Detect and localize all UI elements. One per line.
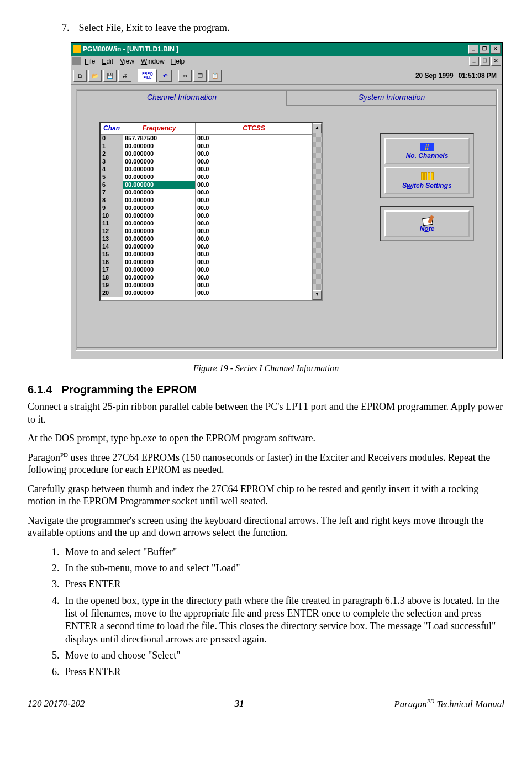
undo-button[interactable]: ↶ xyxy=(159,70,172,82)
cell-freq[interactable]: 00.000000 xyxy=(123,181,196,189)
menu-file[interactable]: File xyxy=(85,57,95,65)
tab-system-info[interactable]: System Information xyxy=(287,90,497,106)
cell-ctcss[interactable]: 00.0 xyxy=(196,266,312,274)
cell-ctcss[interactable]: 00.0 xyxy=(196,173,312,181)
cell-ctcss[interactable]: 00.0 xyxy=(196,259,312,266)
cell-ctcss[interactable]: 00.0 xyxy=(196,243,312,251)
table-row[interactable]: 1700.00000000.0 xyxy=(101,266,312,274)
table-row[interactable]: 700.00000000.0 xyxy=(101,189,312,197)
maximize-button[interactable]: ❐ xyxy=(480,45,489,54)
scroll-up-button[interactable]: ▲ xyxy=(313,123,322,133)
table-row[interactable]: 400.00000000.0 xyxy=(101,166,312,173)
mdi-minimize-button[interactable]: _ xyxy=(469,57,479,66)
cell-ctcss[interactable]: 00.0 xyxy=(196,150,312,158)
para-1: Connect a straight 25-pin ribbon paralle… xyxy=(28,401,504,425)
no-channels-button[interactable]: # No. Channels xyxy=(384,138,470,164)
menu-help[interactable]: Help xyxy=(171,57,185,65)
mdi-close-button[interactable]: ✕ xyxy=(491,57,501,66)
scroll-track[interactable] xyxy=(313,133,322,290)
cell-freq[interactable]: 00.000000 xyxy=(123,150,196,158)
cell-freq[interactable]: 00.000000 xyxy=(123,266,196,274)
tab-channel-info[interactable]: Channel Information xyxy=(77,90,287,106)
cell-ctcss[interactable]: 00.0 xyxy=(196,212,312,220)
paste-icon: 📋 xyxy=(212,73,218,79)
table-row[interactable]: 1500.00000000.0 xyxy=(101,251,312,259)
cell-ctcss[interactable]: 00.0 xyxy=(196,158,312,166)
table-row[interactable]: 300.00000000.0 xyxy=(101,158,312,166)
copy-button[interactable]: ❐ xyxy=(193,70,207,82)
paste-button[interactable]: 📋 xyxy=(208,70,222,82)
table-row[interactable]: 600.00000000.0 xyxy=(101,181,312,189)
cell-freq[interactable]: 00.000000 xyxy=(123,282,196,289)
cell-freq[interactable]: 00.000000 xyxy=(123,197,196,204)
cell-ctcss[interactable]: 00.0 xyxy=(196,282,312,289)
cell-freq[interactable]: 00.000000 xyxy=(123,243,196,251)
menu-window[interactable]: Window xyxy=(141,57,165,65)
cell-freq[interactable]: 00.000000 xyxy=(123,274,196,282)
cell-freq[interactable]: 00.000000 xyxy=(123,251,196,259)
cell-freq[interactable]: 857.787500 xyxy=(123,135,196,143)
cell-ctcss[interactable]: 00.0 xyxy=(196,289,312,297)
table-row[interactable]: 800.00000000.0 xyxy=(101,197,312,204)
cell-freq[interactable]: 00.000000 xyxy=(123,228,196,235)
cell-ctcss[interactable]: 00.0 xyxy=(196,181,312,189)
table-row[interactable]: 200.00000000.0 xyxy=(101,150,312,158)
table-row[interactable]: 900.00000000.0 xyxy=(101,204,312,212)
para-4: Carefully grasp between thumb and index … xyxy=(28,483,504,508)
cell-ctcss[interactable]: 00.0 xyxy=(196,189,312,197)
menu-edit[interactable]: Edit xyxy=(102,57,113,65)
cell-freq[interactable]: 00.000000 xyxy=(123,166,196,173)
switch-settings-button[interactable]: Switch Settings xyxy=(384,167,470,194)
cell-freq[interactable]: 00.000000 xyxy=(123,235,196,243)
time-display: 01:51:08 PM xyxy=(459,72,500,80)
cell-ctcss[interactable]: 00.0 xyxy=(196,274,312,282)
cell-ctcss[interactable]: 00.0 xyxy=(196,235,312,243)
table-row[interactable]: 0857.78750000.0 xyxy=(101,135,312,143)
table-row[interactable]: 2000.00000000.0 xyxy=(101,289,312,297)
table-body: 0857.78750000.0100.00000000.0200.0000000… xyxy=(101,135,312,297)
cut-button[interactable]: ✂ xyxy=(178,70,192,82)
toolbar: 🗋 📂 💾 🖨 FREQ FILL ↶ ✂ ❐ 📋 20 Sep 1999 01… xyxy=(71,67,502,85)
mdi-icon[interactable] xyxy=(72,57,81,65)
cell-ctcss[interactable]: 00.0 xyxy=(196,135,312,143)
table-row[interactable]: 1400.00000000.0 xyxy=(101,243,312,251)
cell-freq[interactable]: 00.000000 xyxy=(123,158,196,166)
save-button[interactable]: 💾 xyxy=(103,70,117,82)
cell-ctcss[interactable]: 00.0 xyxy=(196,166,312,173)
freq-fill-button[interactable]: FREQ FILL xyxy=(138,69,157,82)
print-button[interactable]: 🖨 xyxy=(118,70,131,82)
table-row[interactable]: 1200.00000000.0 xyxy=(101,228,312,235)
cell-freq[interactable]: 00.000000 xyxy=(123,173,196,181)
cell-freq[interactable]: 00.000000 xyxy=(123,259,196,266)
cell-ctcss[interactable]: 00.0 xyxy=(196,204,312,212)
note-button[interactable]: Note xyxy=(384,210,470,237)
open-button[interactable]: 📂 xyxy=(88,70,102,82)
cell-ctcss[interactable]: 00.0 xyxy=(196,251,312,259)
cell-ctcss[interactable]: 00.0 xyxy=(196,228,312,235)
cell-freq[interactable]: 00.000000 xyxy=(123,143,196,150)
cell-ctcss[interactable]: 00.0 xyxy=(196,143,312,150)
cell-freq[interactable]: 00.000000 xyxy=(123,204,196,212)
table-row[interactable]: 1300.00000000.0 xyxy=(101,235,312,243)
cell-freq[interactable]: 00.000000 xyxy=(123,212,196,220)
menu-view[interactable]: View xyxy=(120,57,134,65)
cell-freq[interactable]: 00.000000 xyxy=(123,220,196,228)
table-row[interactable]: 500.00000000.0 xyxy=(101,173,312,181)
scroll-down-button[interactable]: ▼ xyxy=(313,290,322,300)
channel-table: Chan Frequency CTCSS 0857.78750000.0100.… xyxy=(99,122,323,301)
new-button[interactable]: 🗋 xyxy=(73,70,87,82)
cell-freq[interactable]: 00.000000 xyxy=(123,189,196,197)
cell-ctcss[interactable]: 00.0 xyxy=(196,197,312,204)
minimize-button[interactable]: _ xyxy=(468,45,478,54)
cell-freq[interactable]: 00.000000 xyxy=(123,289,196,297)
table-row[interactable]: 1100.00000000.0 xyxy=(101,220,312,228)
table-row[interactable]: 1600.00000000.0 xyxy=(101,259,312,266)
table-row[interactable]: 1900.00000000.0 xyxy=(101,282,312,289)
cell-ctcss[interactable]: 00.0 xyxy=(196,220,312,228)
scrollbar[interactable]: ▲ ▼ xyxy=(312,123,322,300)
close-button[interactable]: ✕ xyxy=(491,45,501,54)
table-row[interactable]: 1000.00000000.0 xyxy=(101,212,312,220)
table-row[interactable]: 1800.00000000.0 xyxy=(101,274,312,282)
mdi-maximize-button[interactable]: ❐ xyxy=(480,57,490,66)
table-row[interactable]: 100.00000000.0 xyxy=(101,143,312,150)
